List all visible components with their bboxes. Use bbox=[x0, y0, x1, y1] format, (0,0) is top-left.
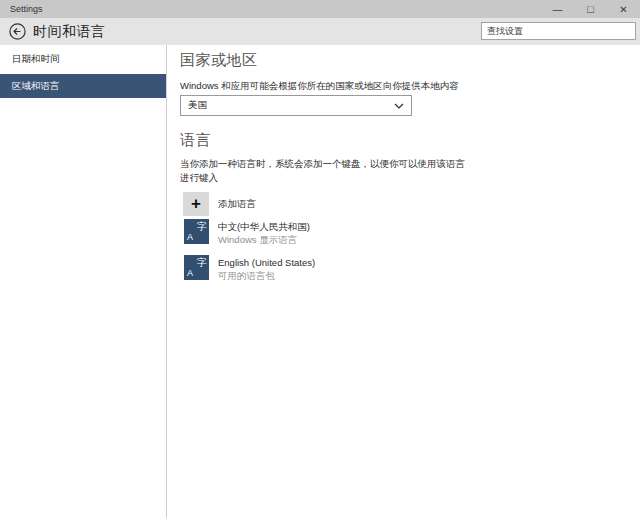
language-name: English (United States) bbox=[218, 256, 315, 269]
page-title: 时间和语言 bbox=[33, 23, 106, 41]
minimize-icon[interactable]: — bbox=[541, 0, 574, 18]
country-dropdown-value: 美国 bbox=[188, 99, 207, 112]
sidebar-item-label: 区域和语言 bbox=[12, 80, 60, 93]
language-icon-zi-glyph: 字 bbox=[197, 220, 207, 234]
header: 时间和语言 bbox=[0, 18, 640, 45]
language-name: 中文(中华人民共和国) bbox=[218, 220, 310, 233]
sidebar-item-date-time[interactable]: 日期和时间 bbox=[0, 47, 166, 71]
language-icon: 字 A bbox=[184, 219, 209, 244]
sidebar-item-label: 日期和时间 bbox=[12, 53, 60, 66]
add-language-button[interactable]: + 添加语言 bbox=[183, 192, 256, 216]
language-icon-zi-glyph: 字 bbox=[197, 256, 207, 270]
plus-icon: + bbox=[183, 192, 209, 216]
back-arrow-icon bbox=[9, 23, 26, 40]
region-section-title: 国家或地区 bbox=[180, 51, 258, 70]
titlebar: Settings — □ ✕ bbox=[0, 0, 640, 18]
chevron-down-icon bbox=[394, 103, 404, 109]
language-status: 可用的语言包 bbox=[218, 269, 315, 282]
close-icon[interactable]: ✕ bbox=[607, 0, 640, 18]
back-button[interactable] bbox=[9, 23, 26, 40]
maximize-icon[interactable]: □ bbox=[574, 0, 607, 18]
sidebar: 日期和时间 区域和语言 bbox=[0, 45, 167, 518]
language-icon-a-glyph: A bbox=[187, 232, 193, 242]
language-section-description: 当你添加一种语言时，系统会添加一个键盘，以便你可以使用该语言 进行键入 bbox=[180, 157, 500, 185]
language-icon-a-glyph: A bbox=[187, 268, 193, 278]
language-icon: 字 A bbox=[184, 255, 209, 280]
window-controls: — □ ✕ bbox=[541, 0, 640, 18]
country-dropdown[interactable]: 美国 bbox=[180, 95, 412, 116]
language-row-english[interactable]: 字 A English (United States) 可用的语言包 bbox=[184, 255, 315, 282]
window-title: Settings bbox=[10, 4, 43, 14]
region-section-description: Windows 和应用可能会根据你所在的国家或地区向你提供本地内容 bbox=[180, 79, 480, 93]
sidebar-item-region-language[interactable]: 区域和语言 bbox=[0, 74, 166, 98]
language-section-title: 语言 bbox=[180, 131, 211, 150]
search-input[interactable] bbox=[481, 22, 636, 40]
language-status: Windows 显示语言 bbox=[218, 233, 310, 246]
language-row-chinese[interactable]: 字 A 中文(中华人民共和国) Windows 显示语言 bbox=[184, 219, 310, 246]
add-language-label: 添加语言 bbox=[218, 198, 256, 211]
settings-window: Settings — □ ✕ 时间和语言 日期和时间 区域和语言 国家或地区 W… bbox=[0, 0, 640, 518]
